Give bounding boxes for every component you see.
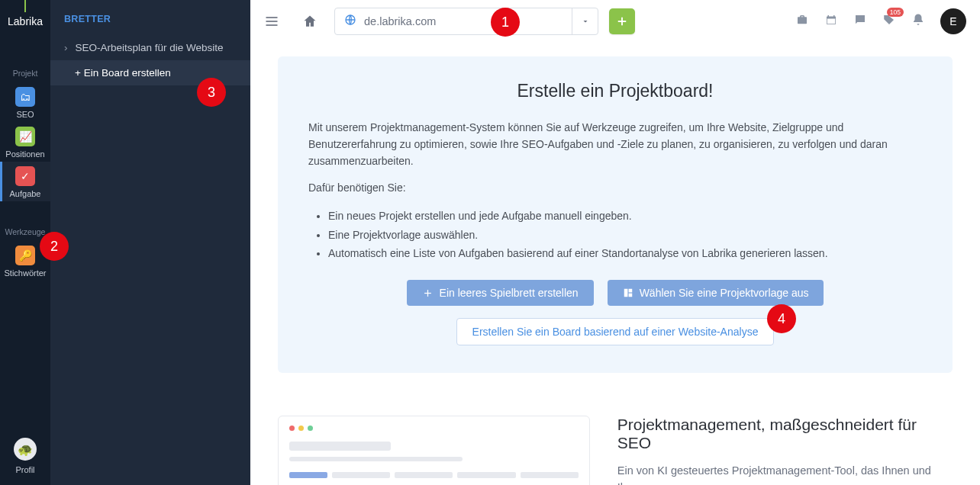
choose-template-button[interactable]: Wählen Sie eine Projektvorlage aus	[608, 280, 824, 306]
panel-bullets: Ein neues Projekt erstellen und jede Auf…	[328, 207, 922, 262]
create-board-panel: Erstelle ein Projektboard! Mit unserem P…	[278, 56, 953, 373]
bell-button[interactable]	[911, 13, 925, 30]
chart-icon: 📈	[15, 127, 35, 146]
topbar-icons: 105 E	[795, 8, 966, 34]
panel-text-2: Dafür benötigen Sie:	[308, 180, 922, 197]
sidebar-item-label: SEO-Arbeitsplan für die Website	[76, 42, 224, 53]
rail-item-label: Positionen	[5, 149, 44, 159]
plus-icon	[615, 14, 629, 28]
menu-button[interactable]	[258, 8, 285, 35]
content: Erstelle ein Projektboard! Mit unserem P…	[250, 43, 980, 485]
panel-title: Erstelle ein Projektboard!	[308, 81, 922, 101]
add-button[interactable]	[609, 8, 635, 34]
svg-rect-10	[628, 294, 632, 297]
logo[interactable]: Labrika	[0, 0, 50, 43]
topbar: de.labrika.com 105	[250, 0, 980, 43]
rail-profile[interactable]: 🐢 Profil	[14, 438, 37, 485]
info-heading: Projektmanagement, maßgeschneidert für S…	[617, 416, 953, 452]
button-label: Wählen Sie eine Projektvorlage aus	[640, 287, 809, 299]
panel-bullet: Automatisch eine Liste von Aufgaben basi…	[328, 245, 922, 262]
rail-item-label: SEO	[16, 110, 34, 119]
chat-button[interactable]	[853, 13, 867, 30]
profile-avatar-icon: 🐢	[14, 438, 37, 461]
svg-rect-8	[624, 289, 627, 297]
menu-icon	[264, 14, 279, 29]
panel-button-row-1: Ein leeres Spielbrett erstellen Wählen S…	[308, 280, 922, 306]
chat-icon	[853, 13, 867, 27]
tag-button[interactable]: 105	[882, 13, 896, 30]
template-icon	[623, 287, 633, 298]
create-empty-board-button[interactable]: Ein leeres Spielbrett erstellen	[407, 280, 594, 306]
briefcase-icon	[795, 13, 809, 27]
create-from-analysis-button[interactable]: Erstellen Sie ein Board basierend auf ei…	[456, 318, 775, 345]
panel-bullet: Ein neues Projekt erstellen und jede Auf…	[328, 207, 922, 224]
main-area: de.labrika.com 105	[250, 0, 980, 485]
rail-item-label: Aufgabe	[10, 189, 41, 198]
profile-label: Profil	[15, 465, 34, 474]
calendar-icon	[824, 13, 838, 27]
info-text: Projektmanagement, maßgeschneidert für S…	[617, 416, 953, 485]
panel-button-row-2: Erstellen Sie ein Board basierend auf ei…	[308, 318, 922, 345]
left-rail: Labrika Projekt 🗂 SEO 📈 Positionen ✓ Auf…	[0, 0, 50, 485]
calendar-button[interactable]	[824, 13, 838, 30]
window-controls-icon	[289, 426, 579, 431]
check-icon: ✓	[15, 166, 35, 186]
info-paragraph: Ein von KI gesteuertes Projektmanagement…	[617, 463, 953, 485]
rail-section-werkzeuge: Werkzeuge	[5, 227, 46, 236]
panel-text-1: Mit unserem Projektmanagement-System kön…	[308, 120, 922, 169]
site-selector-main[interactable]: de.labrika.com	[335, 8, 572, 34]
info-section: Projektmanagement, maßgeschneidert für S…	[278, 416, 953, 485]
plus-icon	[422, 287, 434, 299]
chevron-right-icon: ›	[64, 42, 68, 53]
user-avatar[interactable]: E	[940, 8, 966, 34]
key-icon: 🔑	[15, 246, 35, 265]
mock-browser-image	[278, 416, 590, 485]
sidebar-item-label: + Ein Board erstellen	[75, 67, 171, 79]
button-label: Ein leeres Spielbrett erstellen	[440, 287, 579, 299]
rail-item-stichwoerter[interactable]: 🔑 Stichwörter	[0, 241, 50, 281]
svg-rect-9	[628, 289, 632, 293]
sidebar-item-seo-arbeitsplan[interactable]: › SEO-Arbeitsplan für die Website	[50, 35, 250, 60]
site-selector: de.labrika.com	[334, 8, 598, 35]
briefcase-button[interactable]	[795, 13, 809, 30]
home-icon	[302, 14, 318, 29]
button-label: Erstellen Sie ein Board basierend auf ei…	[472, 326, 759, 338]
chevron-down-icon	[581, 17, 590, 26]
sidebar-item-create-board[interactable]: + Ein Board erstellen	[50, 60, 250, 85]
home-button[interactable]	[296, 8, 324, 35]
rail-section-projekt: Projekt	[13, 69, 38, 78]
site-selector-dropdown[interactable]	[572, 8, 598, 34]
site-selector-text: de.labrika.com	[364, 15, 436, 27]
rail-item-positionen[interactable]: 📈 Positionen	[0, 122, 50, 162]
notification-badge: 105	[887, 8, 904, 17]
bell-icon	[911, 13, 925, 27]
globe-icon	[344, 14, 356, 29]
rail-item-label: Stichwörter	[4, 268, 46, 278]
rail-item-aufgabe[interactable]: ✓ Aufgabe	[0, 162, 50, 201]
rail-item-seo[interactable]: 🗂 SEO	[0, 82, 50, 122]
secondary-sidebar: BRETTER › SEO-Arbeitsplan für die Websit…	[50, 0, 250, 485]
panel-bullet: Eine Projektvorlage auswählen.	[328, 226, 922, 243]
briefcase-icon: 🗂	[15, 87, 35, 107]
sidebar-heading: BRETTER	[50, 0, 250, 35]
